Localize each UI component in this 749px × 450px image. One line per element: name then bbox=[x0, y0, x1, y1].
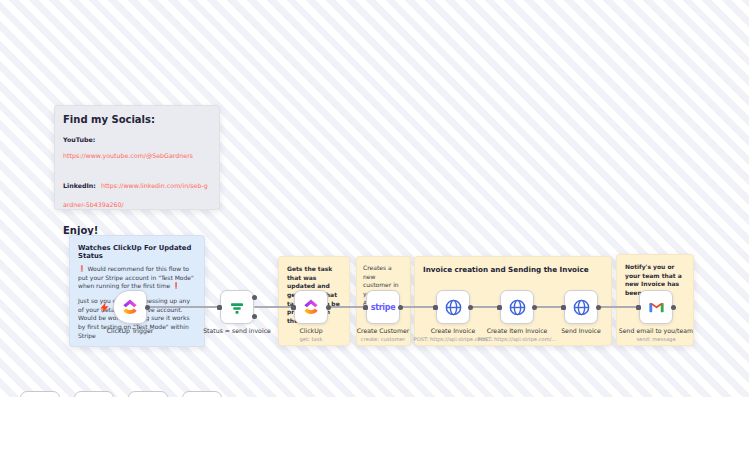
sticky-note-socials[interactable]: Find my Socials: YouTube: https://www.yo… bbox=[54, 105, 220, 210]
node-http-create-item-invoice[interactable]: Create Item Invoice POST: https://api.st… bbox=[500, 290, 534, 324]
node-clickup-get-task[interactable]: ClickUp get: task bbox=[294, 290, 328, 324]
input-port[interactable] bbox=[291, 305, 296, 310]
input-port[interactable] bbox=[217, 305, 222, 310]
node-label: ClickUp Trigger bbox=[70, 327, 190, 335]
canvas-control-button-2[interactable] bbox=[74, 391, 114, 397]
sticky-socials-title: Find my Socials: bbox=[63, 114, 211, 125]
canvas-control-button-3[interactable] bbox=[128, 391, 168, 397]
filter-icon bbox=[228, 298, 246, 316]
node-subtitle: send: message bbox=[596, 336, 716, 342]
output-port-true[interactable] bbox=[252, 295, 257, 300]
linkedin-label: LinkedIn: bbox=[63, 182, 96, 189]
output-port[interactable] bbox=[326, 305, 331, 310]
wire-stripe-to-http1 bbox=[400, 306, 436, 308]
input-port[interactable] bbox=[363, 305, 368, 310]
output-port[interactable] bbox=[532, 305, 537, 310]
input-port[interactable] bbox=[636, 305, 641, 310]
youtube-link[interactable]: https://www.youtube.com/@SebGardners bbox=[63, 152, 193, 159]
node-http-send-invoice[interactable]: Send Invoice bbox=[564, 290, 598, 324]
sticky-watch-para1: ❗ Would recommend for this flow to put y… bbox=[78, 265, 196, 291]
workflow-canvas[interactable]: Find my Socials: YouTube: https://www.yo… bbox=[0, 0, 749, 397]
wire-trigger-to-filter bbox=[147, 306, 220, 308]
output-port[interactable] bbox=[145, 305, 150, 310]
gmail-icon bbox=[647, 298, 666, 317]
output-port[interactable] bbox=[468, 305, 473, 310]
output-port[interactable] bbox=[398, 305, 403, 310]
clickup-icon bbox=[120, 297, 140, 317]
node-stripe-create-customer[interactable]: stripe Create Customer create: customer bbox=[366, 290, 400, 324]
wire-http1-to-http2 bbox=[470, 306, 500, 308]
node-label: Send email to you/team bbox=[596, 327, 716, 335]
stripe-icon: stripe bbox=[371, 303, 396, 312]
canvas-control-button-4[interactable] bbox=[182, 391, 222, 397]
sticky-watch-title: Watches ClickUp For Updated Status bbox=[78, 244, 196, 260]
http-globe-icon bbox=[572, 298, 591, 317]
input-port[interactable] bbox=[561, 305, 566, 310]
output-port-false[interactable] bbox=[252, 314, 257, 319]
http-globe-icon bbox=[444, 298, 463, 317]
input-port[interactable] bbox=[497, 305, 502, 310]
trigger-bolt-icon bbox=[100, 302, 109, 313]
node-http-create-invoice[interactable]: Create Invoice POST: https://api.stripe.… bbox=[436, 290, 470, 324]
wire-http3-to-gmail bbox=[598, 306, 639, 308]
sticky-invoice-title: Invoice creation and Sending the Invoice bbox=[423, 265, 603, 274]
input-port[interactable] bbox=[433, 305, 438, 310]
output-port[interactable] bbox=[671, 305, 676, 310]
clickup-icon bbox=[301, 297, 321, 317]
node-status-filter[interactable]: Status = send invoice bbox=[220, 290, 254, 324]
node-gmail-send-email[interactable]: Send email to you/team send: message bbox=[639, 290, 673, 324]
http-globe-icon bbox=[508, 298, 527, 317]
wire-clickup-to-stripe bbox=[328, 306, 366, 308]
node-clickup-trigger[interactable]: ClickUp Trigger bbox=[113, 290, 147, 324]
page-white-area bbox=[0, 397, 749, 450]
node-subtitle: POST: https://api.stripe.com/... bbox=[457, 336, 577, 342]
wire-http2-to-http3 bbox=[534, 306, 564, 308]
wire-filter-to-clickup bbox=[254, 306, 294, 308]
output-port[interactable] bbox=[596, 305, 601, 310]
youtube-label: YouTube: bbox=[63, 136, 211, 143]
canvas-control-button-1[interactable] bbox=[20, 391, 60, 397]
